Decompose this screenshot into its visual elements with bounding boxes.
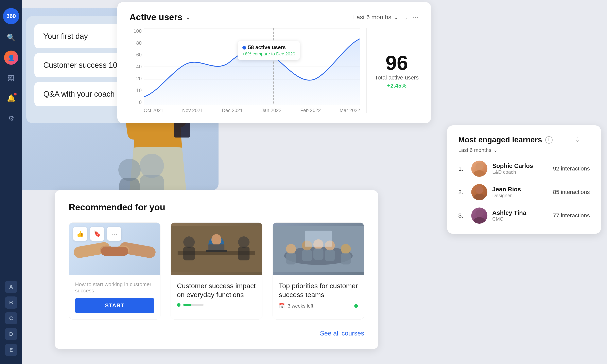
sidebar-alpha-d[interactable]: D [5,328,17,340]
recommended-panel: Recommended for you 👍 🔖 ⋯ [55,190,378,349]
svg-rect-38 [313,248,323,260]
sidebar-alpha-b[interactable]: B [5,297,17,309]
svg-point-23 [183,236,195,248]
course-title-3: Q&A with your coach [43,90,115,99]
more-button[interactable]: ⋯ [107,227,121,241]
chart-area: 100 80 60 40 20 10 0 [130,28,419,113]
download-icon[interactable]: ⇩ [403,14,408,21]
svg-rect-35 [302,249,312,261]
sidebar-icon-notifications[interactable]: 🔔 [4,91,18,105]
engaged-avatar-1 [471,161,488,177]
engaged-name-2: Jean Rios [492,186,548,193]
engaged-title: Most engaged learners i [458,135,553,144]
engaged-item-1[interactable]: 1. Sophie Carlos L&D coach 92 interactio… [458,161,590,177]
engaged-list: 1. Sophie Carlos L&D coach 92 interactio… [458,161,590,224]
engaged-period[interactable]: Last 6 months ⌄ [458,147,590,153]
info-icon[interactable]: i [545,136,553,143]
course-title-1: Your first day [43,32,88,41]
rec-progress-bar-2 [183,304,204,306]
svg-rect-21 [206,250,227,252]
sidebar-avatar[interactable]: 👤 [4,51,18,65]
engaged-rank-2: 2. [458,189,466,195]
chart-title-chevron-icon[interactable]: ⌄ [185,13,191,21]
total-active-label: Total active users [375,74,419,81]
engaged-info-1: Sophie Carlos L&D coach [492,162,548,175]
rec-start-button[interactable]: START [75,298,154,313]
svg-point-43 [474,194,485,200]
svg-point-24 [238,236,250,248]
svg-rect-25 [183,247,195,260]
rec-card-body-3: Top priorities for customer success team… [273,275,364,315]
rec-card-meta-3: 📅 3 weeks left [279,303,313,309]
engaged-count-2: 85 interactions [553,189,590,195]
svg-point-42 [475,186,483,194]
rec-card-actions-1: 👍 🔖 ⋯ [73,227,121,241]
svg-rect-9 [140,175,164,190]
svg-point-32 [341,244,351,254]
svg-point-40 [475,163,483,170]
chart-controls: Last 6 months ⌄ ⇩ ⋯ [353,14,419,21]
engaged-count-3: 77 interactions [553,212,590,219]
engaged-name-1: Sophie Carlos [492,162,548,169]
rec-progress-fill-2 [183,304,191,306]
engaged-download-icon[interactable]: ⇩ [575,136,580,143]
rec-card-footer-3: 📅 3 weeks left [279,303,358,309]
sidebar-alpha-c[interactable]: C [5,312,17,324]
options-icon[interactable]: ⋯ [413,14,419,21]
svg-point-20 [211,234,222,246]
svg-rect-37 [341,253,351,264]
chart-period-selector[interactable]: Last 6 months ⌄ [353,14,398,21]
chart-header: Active users ⌄ Last 6 months ⌄ ⇩ ⋯ [130,12,419,22]
svg-point-45 [474,217,485,224]
rec-card-1[interactable]: 👍 🔖 ⋯ How to start working in customer s… [69,222,160,320]
recommended-cards: 👍 🔖 ⋯ How to start working in customer s… [69,222,364,320]
svg-rect-7 [119,178,140,190]
sidebar-icon-search[interactable]: 🔍 [4,30,18,44]
engaged-panel: Most engaged learners i ⇩ ⋯ Last 6 month… [447,125,601,234]
svg-point-44 [475,210,483,217]
total-active-number: 96 [385,52,408,73]
recommended-footer: See all courses [69,330,364,337]
rec-card-image-1: 👍 🔖 ⋯ [69,223,160,275]
engaged-role-2: Designer [492,193,548,198]
like-button[interactable]: 👍 [73,227,87,241]
course-title-2: Customer success 101 [43,61,122,70]
engaged-avatar-3 [471,208,488,224]
rec-card-body-1: How to start working in customer success… [69,275,160,319]
sidebar-logo[interactable]: 360 [3,8,19,24]
engaged-item-3[interactable]: 3. Ashley Tina CMO 77 interactions [458,208,590,224]
engaged-role-1: L&D coach [492,169,548,175]
sidebar-alpha-e[interactable]: E [5,344,17,356]
chart-graph: 100 80 60 40 20 10 0 [130,28,360,113]
period-chevron-icon: ⌄ [393,14,398,21]
svg-point-8 [140,154,164,178]
svg-rect-36 [325,249,335,261]
recommended-title: Recommended for you [69,202,364,212]
sidebar-icon-settings[interactable]: ⚙ [4,111,18,125]
rec-card-title-2: Customer success impact on everyday func… [177,281,256,299]
engaged-rank-1: 1. [458,165,466,172]
rec-card-footer-2 [177,303,256,307]
sidebar-icon-gallery[interactable]: 🖼 [4,71,18,85]
engaged-info-2: Jean Rios Designer [492,186,548,198]
total-active-change: +2.45% [387,82,407,89]
svg-rect-22 [209,244,224,250]
engaged-options-icon[interactable]: ⋯ [584,136,590,143]
chart-panel: Active users ⌄ Last 6 months ⌄ ⇩ ⋯ 100 8… [117,2,431,123]
calendar-icon: 📅 [279,303,285,309]
rec-progress-dot-2 [177,303,181,307]
rec-card-2[interactable]: Customer success impact on everyday func… [171,222,262,320]
engaged-name-3: Ashley Tina [492,209,548,216]
engaged-rank-3: 3. [458,212,466,219]
engaged-item-2[interactable]: 2. Jean Rios Designer 85 interactions [458,184,590,200]
rec-card-3[interactable]: Top priorities for customer success team… [273,222,364,320]
engaged-header: Most engaged learners i ⇩ ⋯ [458,135,590,144]
engaged-count-1: 92 interactions [553,165,590,172]
sidebar-alpha-a[interactable]: A [5,281,17,293]
rec-card-image-3 [273,223,364,275]
chart-svg [144,28,360,105]
sidebar-alpha-group: A B C D E [5,281,17,356]
bookmark-button[interactable]: 🔖 [90,227,104,241]
x-axis: Oct 2021 Nov 2021 Dec 2021 Jan 2022 Feb … [144,108,360,113]
see-all-courses-link[interactable]: See all courses [320,330,364,337]
